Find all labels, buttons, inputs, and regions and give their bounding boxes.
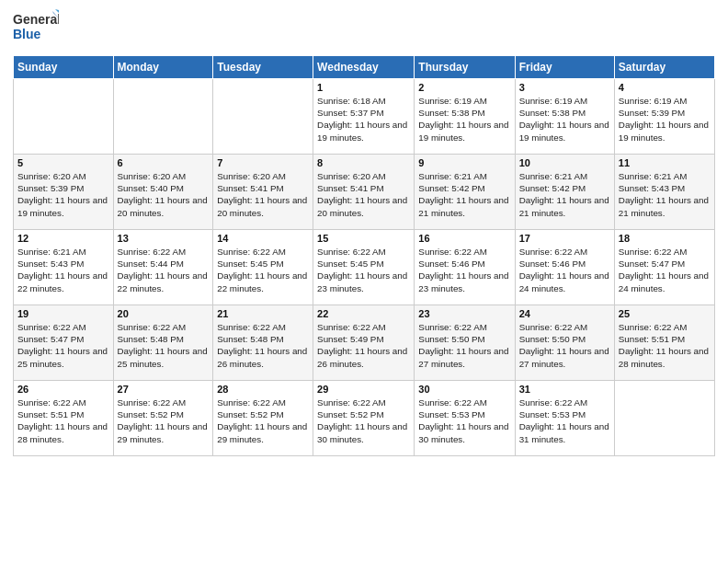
calendar-week-2: 5Sunrise: 6:20 AMSunset: 5:39 PMDaylight…	[14, 155, 715, 230]
day-info: Sunrise: 6:22 AMSunset: 5:46 PMDaylight:…	[418, 246, 510, 294]
day-number: 31	[519, 384, 610, 395]
calendar-cell: 21Sunrise: 6:22 AMSunset: 5:48 PMDayligh…	[213, 305, 313, 381]
calendar-cell: 29Sunrise: 6:22 AMSunset: 5:52 PMDayligh…	[313, 381, 415, 456]
svg-text:Blue: Blue	[13, 27, 41, 41]
day-number: 26	[17, 384, 109, 395]
calendar-cell	[14, 79, 114, 155]
day-number: 5	[17, 157, 109, 168]
calendar-cell: 22Sunrise: 6:22 AMSunset: 5:49 PMDayligh…	[313, 305, 415, 381]
calendar-header-wednesday: Wednesday	[313, 56, 415, 79]
day-info: Sunrise: 6:22 AMSunset: 5:46 PMDaylight:…	[519, 246, 610, 294]
calendar-cell: 3Sunrise: 6:19 AMSunset: 5:38 PMDaylight…	[515, 79, 614, 155]
calendar-cell: 10Sunrise: 6:21 AMSunset: 5:42 PMDayligh…	[515, 155, 614, 230]
day-info: Sunrise: 6:20 AMSunset: 5:41 PMDaylight:…	[217, 170, 309, 219]
day-number: 3	[519, 82, 610, 93]
day-number: 12	[17, 233, 109, 244]
calendar-cell: 31Sunrise: 6:22 AMSunset: 5:53 PMDayligh…	[515, 381, 614, 456]
calendar-cell: 20Sunrise: 6:22 AMSunset: 5:48 PMDayligh…	[113, 305, 213, 381]
calendar-cell: 18Sunrise: 6:22 AMSunset: 5:47 PMDayligh…	[614, 230, 714, 305]
day-number: 7	[217, 157, 309, 168]
day-number: 16	[418, 233, 510, 244]
day-info: Sunrise: 6:21 AMSunset: 5:43 PMDaylight:…	[619, 170, 711, 219]
calendar-week-5: 26Sunrise: 6:22 AMSunset: 5:51 PMDayligh…	[14, 381, 715, 456]
calendar-cell: 30Sunrise: 6:22 AMSunset: 5:53 PMDayligh…	[415, 381, 515, 456]
day-number: 11	[619, 157, 711, 168]
calendar-week-3: 12Sunrise: 6:21 AMSunset: 5:43 PMDayligh…	[14, 230, 715, 305]
day-info: Sunrise: 6:19 AMSunset: 5:38 PMDaylight:…	[418, 95, 510, 144]
calendar-cell: 25Sunrise: 6:22 AMSunset: 5:51 PMDayligh…	[614, 305, 714, 381]
day-number: 2	[418, 82, 510, 93]
day-info: Sunrise: 6:21 AMSunset: 5:43 PMDaylight:…	[17, 246, 109, 294]
day-info: Sunrise: 6:22 AMSunset: 5:52 PMDaylight:…	[217, 396, 309, 445]
day-number: 19	[17, 308, 109, 319]
day-number: 21	[217, 308, 309, 319]
day-info: Sunrise: 6:22 AMSunset: 5:51 PMDaylight:…	[619, 321, 711, 370]
day-number: 28	[217, 384, 309, 395]
calendar-cell: 7Sunrise: 6:20 AMSunset: 5:41 PMDaylight…	[213, 155, 313, 230]
day-info: Sunrise: 6:22 AMSunset: 5:47 PMDaylight:…	[17, 321, 109, 370]
calendar-cell: 6Sunrise: 6:20 AMSunset: 5:40 PMDaylight…	[113, 155, 213, 230]
day-number: 8	[317, 157, 410, 168]
day-info: Sunrise: 6:22 AMSunset: 5:53 PMDaylight:…	[519, 396, 610, 445]
day-number: 20	[118, 308, 210, 319]
calendar-header-monday: Monday	[113, 56, 213, 79]
day-number: 15	[317, 233, 410, 244]
day-info: Sunrise: 6:22 AMSunset: 5:51 PMDaylight:…	[17, 396, 109, 445]
day-info: Sunrise: 6:22 AMSunset: 5:44 PMDaylight:…	[118, 246, 210, 294]
calendar-cell: 26Sunrise: 6:22 AMSunset: 5:51 PMDayligh…	[14, 381, 114, 456]
day-number: 17	[519, 233, 610, 244]
logo: General Blue	[13, 9, 59, 48]
day-number: 24	[519, 308, 610, 319]
calendar-cell: 28Sunrise: 6:22 AMSunset: 5:52 PMDayligh…	[213, 381, 313, 456]
day-info: Sunrise: 6:22 AMSunset: 5:50 PMDaylight:…	[519, 321, 610, 370]
day-info: Sunrise: 6:22 AMSunset: 5:48 PMDaylight:…	[217, 321, 309, 370]
day-number: 23	[418, 308, 510, 319]
calendar-header-sunday: Sunday	[14, 56, 114, 79]
day-info: Sunrise: 6:22 AMSunset: 5:45 PMDaylight:…	[217, 246, 309, 294]
calendar-cell: 15Sunrise: 6:22 AMSunset: 5:45 PMDayligh…	[313, 230, 415, 305]
calendar-cell: 27Sunrise: 6:22 AMSunset: 5:52 PMDayligh…	[113, 381, 213, 456]
day-number: 25	[619, 308, 711, 319]
calendar-week-4: 19Sunrise: 6:22 AMSunset: 5:47 PMDayligh…	[14, 305, 715, 381]
calendar-header-saturday: Saturday	[614, 56, 714, 79]
calendar-cell	[113, 79, 213, 155]
day-number: 29	[317, 384, 410, 395]
day-number: 6	[118, 157, 210, 168]
calendar-cell: 4Sunrise: 6:19 AMSunset: 5:39 PMDaylight…	[614, 79, 714, 155]
day-info: Sunrise: 6:22 AMSunset: 5:49 PMDaylight:…	[317, 321, 410, 370]
day-number: 10	[519, 157, 610, 168]
day-info: Sunrise: 6:21 AMSunset: 5:42 PMDaylight:…	[519, 170, 610, 219]
calendar-cell	[213, 79, 313, 155]
calendar-header-friday: Friday	[515, 56, 614, 79]
day-info: Sunrise: 6:20 AMSunset: 5:41 PMDaylight:…	[317, 170, 410, 219]
calendar-cell: 12Sunrise: 6:21 AMSunset: 5:43 PMDayligh…	[14, 230, 114, 305]
calendar-cell: 1Sunrise: 6:18 AMSunset: 5:37 PMDaylight…	[313, 79, 415, 155]
day-info: Sunrise: 6:21 AMSunset: 5:42 PMDaylight:…	[418, 170, 510, 219]
day-info: Sunrise: 6:22 AMSunset: 5:45 PMDaylight:…	[317, 246, 410, 294]
day-number: 14	[217, 233, 309, 244]
page-header: General Blue	[13, 9, 715, 48]
calendar-cell: 24Sunrise: 6:22 AMSunset: 5:50 PMDayligh…	[515, 305, 614, 381]
svg-text:General: General	[13, 12, 59, 27]
day-info: Sunrise: 6:22 AMSunset: 5:50 PMDaylight:…	[418, 321, 510, 370]
calendar-cell: 23Sunrise: 6:22 AMSunset: 5:50 PMDayligh…	[415, 305, 515, 381]
day-info: Sunrise: 6:22 AMSunset: 5:47 PMDaylight:…	[619, 246, 711, 294]
day-number: 30	[418, 384, 510, 395]
day-info: Sunrise: 6:20 AMSunset: 5:39 PMDaylight:…	[17, 170, 109, 219]
logo-svg: General Blue	[13, 9, 59, 48]
day-info: Sunrise: 6:19 AMSunset: 5:38 PMDaylight:…	[519, 95, 610, 144]
calendar-cell: 2Sunrise: 6:19 AMSunset: 5:38 PMDaylight…	[415, 79, 515, 155]
day-info: Sunrise: 6:22 AMSunset: 5:52 PMDaylight:…	[317, 396, 410, 445]
day-number: 13	[118, 233, 210, 244]
day-info: Sunrise: 6:22 AMSunset: 5:48 PMDaylight:…	[118, 321, 210, 370]
day-info: Sunrise: 6:22 AMSunset: 5:52 PMDaylight:…	[118, 396, 210, 445]
calendar-cell: 14Sunrise: 6:22 AMSunset: 5:45 PMDayligh…	[213, 230, 313, 305]
day-number: 22	[317, 308, 410, 319]
day-info: Sunrise: 6:19 AMSunset: 5:39 PMDaylight:…	[619, 95, 711, 144]
day-number: 1	[317, 82, 410, 93]
day-info: Sunrise: 6:22 AMSunset: 5:53 PMDaylight:…	[418, 396, 510, 445]
calendar-header-row: SundayMondayTuesdayWednesdayThursdayFrid…	[14, 56, 715, 79]
day-info: Sunrise: 6:20 AMSunset: 5:40 PMDaylight:…	[118, 170, 210, 219]
calendar-header-thursday: Thursday	[415, 56, 515, 79]
calendar-cell: 13Sunrise: 6:22 AMSunset: 5:44 PMDayligh…	[113, 230, 213, 305]
